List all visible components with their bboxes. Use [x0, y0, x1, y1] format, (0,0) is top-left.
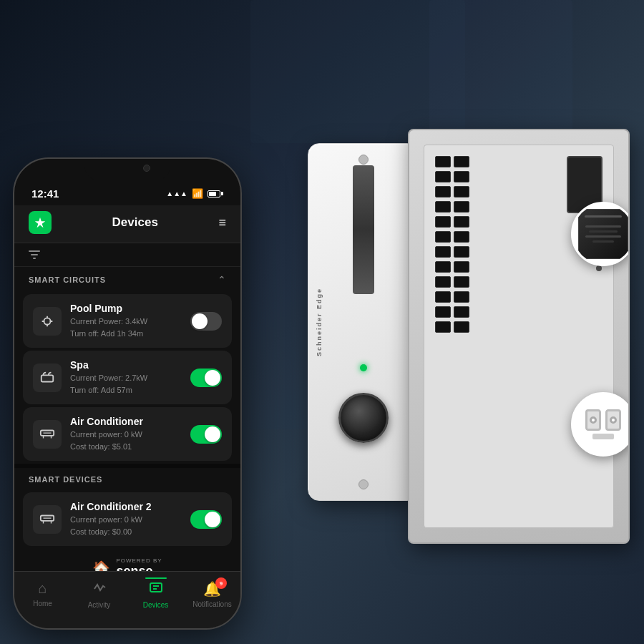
front-camera [143, 165, 150, 172]
activity-label: Activity [88, 601, 111, 609]
notification-badge: 9 [215, 577, 227, 589]
pool-pump-detail2: Turn off: Add 1h 34m [70, 328, 182, 340]
smart-devices-list: Air Conditioner 2 Current power: 0 kW Co… [14, 492, 240, 546]
ac-info: Air Conditioner Current power: 0 kW Cost… [70, 416, 182, 452]
phone-frame: 12:41 ▲▲▲ 📶 Devices ≡ [13, 157, 242, 630]
schneider-edge-device: Schneider Edge [308, 143, 419, 501]
breaker-row [435, 201, 556, 213]
pool-pump-detail1: Current Power: 3.4kW [70, 316, 182, 328]
panel-body [408, 129, 630, 544]
app-title: Devices [112, 215, 158, 230]
phone-screen: 12:41 ▲▲▲ 📶 Devices ≡ [14, 159, 240, 628]
ac2-icon [39, 512, 55, 527]
filter-bar[interactable] [14, 243, 240, 267]
powered-by-label: POWERED BY [116, 557, 162, 564]
device-ac[interactable]: Air Conditioner Current power: 0 kW Cost… [23, 407, 232, 461]
edge-indicator [360, 364, 367, 371]
pool-pump-toggle[interactable] [190, 312, 222, 331]
spa-icon-box [33, 364, 62, 392]
status-time: 12:41 [31, 187, 59, 200]
breaker-row [435, 246, 556, 258]
smart-circuits-header[interactable]: SMART CIRCUITS ⌃ [14, 267, 240, 291]
spa-info: Spa Current Power: 2.7kW Turn off: Add 5… [70, 359, 182, 396]
smart-devices-title: SMART DEVICES [29, 475, 102, 484]
ac-detail1: Current power: 0 kW [70, 429, 182, 441]
phone-notch [84, 159, 170, 180]
ac-icon [39, 426, 55, 442]
spa-toggle[interactable] [190, 369, 222, 387]
svg-rect-0 [29, 250, 40, 252]
ac2-info: Air Conditioner 2 Current power: 0 kW Co… [70, 501, 182, 537]
devices-nav-label: Devices [143, 601, 169, 609]
phone-mockup: 12:41 ▲▲▲ 📶 Devices ≡ [13, 157, 242, 630]
smart-circuits-list: Pool Pump Current Power: 3.4kW Turn off:… [14, 294, 240, 461]
svg-rect-1 [31, 254, 38, 255]
edge-screw-top [358, 155, 369, 165]
breaker-row [435, 186, 556, 197]
ct-clamp-circle [571, 392, 630, 457]
device-spa[interactable]: Spa Current Power: 2.7kW Turn off: Add 5… [23, 351, 232, 404]
devices-nav-icon [149, 580, 163, 598]
breaker-row [435, 261, 556, 273]
activity-icon [92, 580, 107, 598]
spa-name: Spa [70, 359, 182, 371]
nav-home[interactable]: ⌂ Home [14, 577, 71, 608]
svg-rect-7 [150, 583, 162, 592]
breaker-row [435, 276, 556, 288]
pool-pump-icon-box [33, 307, 62, 336]
ct-clamp-device [585, 409, 621, 439]
breaker-row [435, 171, 556, 182]
ac-toggle[interactable] [190, 425, 222, 444]
nav-activity[interactable]: Activity [71, 577, 127, 609]
breaker-row [435, 306, 556, 318]
hardware-area: Schneider Edge [279, 129, 630, 558]
breaker-columns [435, 156, 556, 333]
filter-icon [29, 250, 40, 259]
breaker-row [435, 216, 556, 228]
ac-detail2: Cost today: $5.01 [70, 441, 182, 453]
edge-stripe [353, 165, 374, 294]
nav-devices[interactable]: Devices [127, 577, 184, 609]
spa-detail2: Turn off: Add 57m [70, 384, 182, 396]
smart-devices-header[interactable]: SMART DEVICES [14, 468, 240, 489]
home-label: Home [33, 600, 52, 608]
pool-pump-name: Pool Pump [70, 303, 182, 314]
bottom-nav: ⌂ Home Activity [14, 571, 240, 628]
battery-icon [208, 190, 223, 197]
notifications-label: Notifications [192, 600, 231, 608]
edge-knob [338, 393, 389, 443]
device-pool-pump[interactable]: Pool Pump Current Power: 3.4kW Turn off:… [23, 294, 232, 348]
spa-icon [39, 370, 55, 386]
edge-label: Schneider Edge [316, 288, 323, 356]
pump-icon [39, 313, 55, 329]
nav-notifications[interactable]: 🔔 9 Notifications [184, 577, 240, 608]
wifi-icon: 📶 [192, 188, 203, 199]
ac-name: Air Conditioner [70, 416, 182, 427]
home-icon: ⌂ [38, 580, 47, 597]
breaker-row [435, 156, 556, 167]
svg-point-3 [44, 318, 50, 324]
ac-icon-box [33, 420, 62, 449]
breaker-row [435, 321, 556, 333]
breaker-row [435, 291, 556, 303]
ac2-detail2: Cost today: $0.00 [70, 526, 182, 538]
smart-circuits-chevron: ⌃ [218, 274, 226, 286]
notifications-badge-container: 🔔 9 [203, 580, 221, 597]
signal-icon: ▲▲▲ [166, 190, 187, 197]
ac2-icon-box [33, 505, 62, 534]
menu-icon[interactable]: ≡ [218, 215, 226, 230]
electrical-panel [408, 129, 630, 544]
status-icons: ▲▲▲ 📶 [166, 188, 223, 199]
sense-monitor-device [578, 209, 628, 259]
ac2-detail1: Current power: 0 kW [70, 514, 182, 526]
edge-body: Schneider Edge [308, 143, 419, 501]
ac2-toggle[interactable] [190, 510, 222, 529]
panel-inner [424, 145, 614, 528]
svg-rect-4 [42, 375, 54, 381]
sense-monitor-circle [571, 202, 630, 266]
device-ac2[interactable]: Air Conditioner 2 Current power: 0 kW Co… [23, 492, 232, 546]
pool-pump-info: Pool Pump Current Power: 3.4kW Turn off:… [70, 303, 182, 339]
smart-circuits-title: SMART CIRCUITS [29, 275, 106, 284]
breaker-row [435, 231, 556, 243]
app-logo [29, 211, 52, 234]
